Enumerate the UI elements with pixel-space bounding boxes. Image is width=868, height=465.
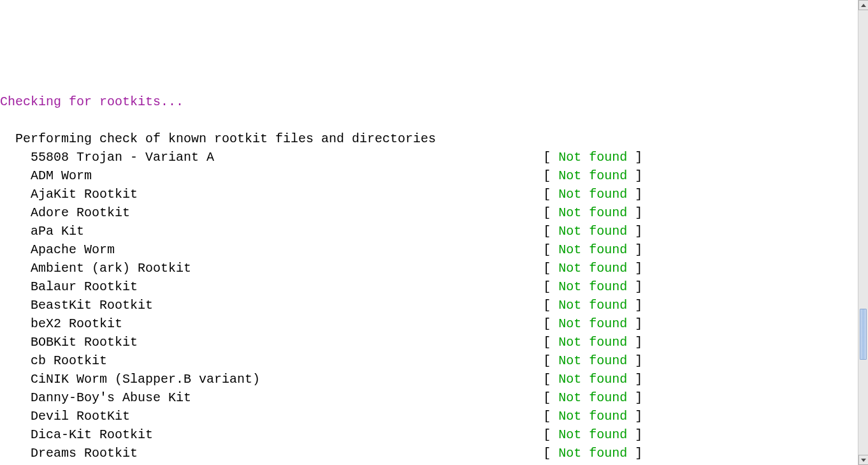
status-bracket-close: ] xyxy=(627,187,642,202)
rootkit-name: Dica-Kit Rootkit xyxy=(0,425,543,444)
rootkit-name: Danny-Boy's Abuse Kit xyxy=(0,388,543,407)
status-bracket-close: ] xyxy=(627,353,642,368)
rootkit-check-row: Duarawkz Rootkit [ Not found ] xyxy=(0,462,855,465)
rootkit-name: Adore Rootkit xyxy=(0,203,543,222)
status-text: Not found xyxy=(558,390,627,405)
status-bracket-open: [ xyxy=(543,316,558,331)
rootkit-name: aPa Kit xyxy=(0,222,543,240)
rootkit-check-row: Ambient (ark) Rootkit [ Not found ] xyxy=(0,259,855,277)
status-text: Not found xyxy=(558,409,627,424)
rootkit-name: Devil RootKit xyxy=(0,407,543,425)
status-bracket-open: [ xyxy=(543,446,558,461)
status-text: Not found xyxy=(558,446,627,461)
status-text: Not found xyxy=(558,298,627,313)
rootkit-check-row: Dreams Rootkit [ Not found ] xyxy=(0,444,855,462)
rootkit-check-list: 55808 Trojan - Variant A [ Not found ] A… xyxy=(0,148,855,465)
rootkit-name: cb Rootkit xyxy=(0,351,543,370)
rootkit-check-row: Apache Worm [ Not found ] xyxy=(0,240,855,259)
status-bracket-close: ] xyxy=(627,298,642,313)
status-bracket-close: ] xyxy=(627,372,642,387)
status-text: Not found xyxy=(558,168,627,183)
status-bracket-open: [ xyxy=(543,279,558,294)
status-bracket-close: ] xyxy=(627,279,642,294)
scroll-track[interactable] xyxy=(858,10,868,455)
status-bracket-open: [ xyxy=(543,353,558,368)
scroll-thumb[interactable] xyxy=(860,309,867,360)
section-subheading: Performing check of known rootkit files … xyxy=(0,131,436,146)
status-bracket-close: ] xyxy=(627,242,642,257)
rootkit-check-row: BOBKit Rootkit [ Not found ] xyxy=(0,333,855,351)
status-text: Not found xyxy=(558,224,627,239)
rootkit-name: BOBKit Rootkit xyxy=(0,333,543,351)
rootkit-check-row: Balaur Rootkit [ Not found ] xyxy=(0,277,855,296)
status-bracket-close: ] xyxy=(627,316,642,331)
rootkit-check-row: ADM Worm [ Not found ] xyxy=(0,166,855,185)
rootkit-name: beX2 Rootkit xyxy=(0,314,543,333)
status-text: Not found xyxy=(558,279,627,294)
rootkit-check-row: cb Rootkit [ Not found ] xyxy=(0,351,855,370)
status-bracket-open: [ xyxy=(543,427,558,442)
status-bracket-open: [ xyxy=(543,409,558,424)
status-bracket-open: [ xyxy=(543,298,558,313)
section-heading: Checking for rootkits... xyxy=(0,94,184,109)
rootkit-check-row: beX2 Rootkit [ Not found ] xyxy=(0,314,855,333)
status-bracket-open: [ xyxy=(543,335,558,350)
status-bracket-close: ] xyxy=(627,335,642,350)
status-text: Not found xyxy=(558,316,627,331)
chevron-down-icon xyxy=(861,459,866,462)
status-text: Not found xyxy=(558,242,627,257)
rootkit-name: Apache Worm xyxy=(0,240,543,259)
status-bracket-open: [ xyxy=(543,261,558,276)
rootkit-name: BeastKit Rootkit xyxy=(0,296,543,314)
status-bracket-open: [ xyxy=(543,224,558,239)
status-bracket-close: ] xyxy=(627,205,642,220)
status-bracket-close: ] xyxy=(627,261,642,276)
rootkit-check-row: Devil RootKit [ Not found ] xyxy=(0,407,855,425)
status-bracket-close: ] xyxy=(627,224,642,239)
status-text: Not found xyxy=(558,261,627,276)
status-bracket-open: [ xyxy=(543,168,558,183)
status-text: Not found xyxy=(558,150,627,165)
status-bracket-close: ] xyxy=(627,150,642,165)
rootkit-check-row: 55808 Trojan - Variant A [ Not found ] xyxy=(0,148,855,166)
status-bracket-open: [ xyxy=(543,150,558,165)
scroll-down-button[interactable] xyxy=(858,455,868,465)
status-text: Not found xyxy=(558,187,627,202)
rootkit-name: Balaur Rootkit xyxy=(0,277,543,296)
status-bracket-open: [ xyxy=(543,372,558,387)
status-bracket-close: ] xyxy=(627,390,642,405)
vertical-scrollbar[interactable] xyxy=(858,0,868,465)
rootkit-check-row: Adore Rootkit [ Not found ] xyxy=(0,203,855,222)
rootkit-name: 55808 Trojan - Variant A xyxy=(0,148,543,166)
rootkit-name: Duarawkz Rootkit xyxy=(0,462,543,465)
rootkit-check-row: AjaKit Rootkit [ Not found ] xyxy=(0,185,855,203)
status-bracket-close: ] xyxy=(627,409,642,424)
terminal-output: Checking for rootkits... Performing chec… xyxy=(0,74,855,465)
status-bracket-open: [ xyxy=(543,242,558,257)
status-text: Not found xyxy=(558,205,627,220)
chevron-up-icon xyxy=(861,4,866,7)
status-bracket-open: [ xyxy=(543,187,558,202)
rootkit-name: AjaKit Rootkit xyxy=(0,185,543,203)
status-bracket-close: ] xyxy=(627,168,642,183)
scroll-up-button[interactable] xyxy=(858,0,868,10)
rootkit-name: ADM Worm xyxy=(0,166,543,185)
status-bracket-open: [ xyxy=(543,390,558,405)
status-bracket-close: ] xyxy=(627,427,642,442)
rootkit-name: Ambient (ark) Rootkit xyxy=(0,259,543,277)
status-text: Not found xyxy=(558,372,627,387)
status-text: Not found xyxy=(558,353,627,368)
status-bracket-open: [ xyxy=(543,205,558,220)
status-bracket-close: ] xyxy=(627,446,642,461)
rootkit-check-row: Dica-Kit Rootkit [ Not found ] xyxy=(0,425,855,444)
rootkit-check-row: CiNIK Worm (Slapper.B variant) [ Not fou… xyxy=(0,370,855,388)
rootkit-check-row: aPa Kit [ Not found ] xyxy=(0,222,855,240)
rootkit-check-row: Danny-Boy's Abuse Kit [ Not found ] xyxy=(0,388,855,407)
status-text: Not found xyxy=(558,427,627,442)
status-text: Not found xyxy=(558,335,627,350)
rootkit-name: CiNIK Worm (Slapper.B variant) xyxy=(0,370,543,388)
rootkit-name: Dreams Rootkit xyxy=(0,444,543,462)
rootkit-check-row: BeastKit Rootkit [ Not found ] xyxy=(0,296,855,314)
